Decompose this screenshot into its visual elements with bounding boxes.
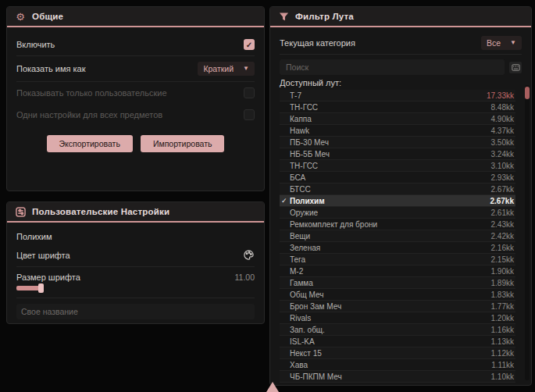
mod-menu-screen: ⚙ Общие Включить ✓ Показать имя как Крат… — [0, 0, 535, 392]
list-item[interactable]: Каппа 4.90kk — [280, 113, 515, 125]
list-item[interactable]: Rivals 1.20kk — [280, 312, 515, 324]
item-name: Т-7 — [290, 91, 487, 100]
item-name: Каппа — [290, 115, 491, 123]
item-name: Хава — [290, 361, 491, 369]
panel-user-settings: Пользовательские Настройки Полихим Цвет … — [6, 201, 265, 324]
scrollbar-thumb[interactable] — [525, 87, 530, 99]
selected-item-name: Полихим — [16, 229, 255, 248]
list-item[interactable]: ✓ Полихим 2.67kk — [280, 195, 515, 207]
enable-label: Включить — [16, 40, 55, 49]
item-value: 2.67kk — [490, 197, 514, 205]
item-value: 4.90kk — [491, 115, 514, 123]
list-item[interactable]: Хава 1.11kk — [280, 359, 515, 371]
item-value: 1.12kk — [491, 349, 514, 358]
item-value: 2.43kk — [491, 220, 514, 229]
list-item[interactable]: Зап. общ. 1.16kk — [280, 324, 515, 336]
import-button[interactable]: Импортировать — [141, 135, 225, 152]
category-label: Текущая категория — [280, 38, 355, 48]
setting-row-font-size: Размер шрифта 11.00 — [16, 267, 255, 282]
panel-loot-filter-header[interactable]: Фильтр Лута — [270, 7, 531, 26]
list-item[interactable]: БСА 2.93kk — [280, 172, 515, 184]
item-value: 1.89kk — [491, 279, 514, 287]
item-name: Rivals — [290, 314, 491, 323]
item-name: Вещи — [290, 232, 491, 241]
list-item[interactable]: Зеленая 2.16kk — [280, 242, 515, 254]
category-value: Все — [487, 38, 501, 48]
item-value: 4.37kk — [491, 127, 514, 135]
item-value: 17.33kk — [487, 91, 514, 100]
item-value: 2.42kk — [491, 232, 514, 241]
list-item[interactable]: БТСС 2.67kk — [280, 184, 515, 195]
font-size-slider[interactable] — [16, 283, 255, 293]
list-item[interactable]: Тега 2.15kk — [280, 254, 515, 265]
list-item[interactable]: Ремкомплект для брони 2.43kk — [280, 219, 515, 230]
slider-handle[interactable] — [38, 283, 44, 293]
list-item[interactable]: М-2 1.90kk — [280, 265, 515, 277]
list-item[interactable]: Общ Меч 1.83kk — [280, 289, 515, 301]
list-item[interactable]: Т-7 17.33kk — [280, 90, 515, 102]
list-item[interactable]: ТН-ГСС 3.10kk — [280, 160, 515, 172]
setting-row-show-name: Показать имя как Краткий ▼ — [16, 56, 255, 82]
item-value: 3.24kk — [491, 150, 514, 159]
palette-icon[interactable] — [243, 249, 255, 261]
category-dropdown[interactable]: Все ▼ — [481, 36, 522, 50]
setting-row-same-settings: Одни настройки для всех предметов — [16, 104, 255, 126]
list-item[interactable]: ПБ-30 Меч 3.50kk — [280, 137, 515, 148]
keyboard-icon[interactable] — [509, 62, 522, 73]
item-name: Брон Зам Меч — [290, 302, 491, 311]
list-item[interactable]: Оружие 2.61kk — [280, 207, 515, 219]
list-item[interactable]: Вещи 2.42kk — [280, 230, 515, 242]
list-item[interactable]: Hawk 4.37kk — [280, 125, 515, 137]
sliders-icon — [15, 206, 26, 217]
panel-loot-filter-title: Фильтр Лута — [295, 12, 354, 21]
category-row: Текущая категория Все ▼ — [280, 32, 522, 55]
funnel-icon — [278, 11, 289, 22]
enable-checkbox[interactable]: ✓ — [244, 39, 255, 50]
panel-general: ⚙ Общие Включить ✓ Показать имя как Крат… — [6, 6, 265, 191]
list-item[interactable]: ЧБ-ПКПМ Меч 1.10kk — [280, 371, 515, 383]
list-item[interactable]: ISL-KA 1.13kk — [280, 336, 515, 347]
loot-scrollbar[interactable] — [525, 85, 530, 380]
item-value: 3.10kk — [491, 162, 514, 170]
show-name-value: Краткий — [203, 64, 234, 73]
item-value: 2.67kk — [491, 185, 514, 194]
item-value: 2.16kk — [491, 244, 514, 252]
list-item[interactable]: НБ-5Б Меч 3.24kk — [280, 148, 515, 160]
font-size-value: 11.00 — [235, 273, 255, 282]
item-name: БТСС — [290, 185, 491, 194]
list-item[interactable]: Некст 15 1.12kk — [280, 347, 515, 359]
same-settings-checkbox[interactable] — [244, 109, 255, 120]
setting-row-only-custom: Показывать только пользовательские — [16, 82, 255, 104]
panel-user-settings-header[interactable]: Пользовательские Настройки — [7, 202, 264, 221]
list-item[interactable]: Гамма 1.89kk — [280, 277, 515, 289]
item-name: Общ Меч — [290, 290, 491, 299]
list-item[interactable]: Брон Зам Меч 1.77kk — [280, 301, 515, 312]
item-value: 1.83kk — [491, 290, 514, 299]
chevron-down-icon: ▼ — [510, 40, 516, 46]
item-name: Зеленая — [290, 244, 491, 252]
list-item[interactable]: ТН-ГСС 8.48kk — [280, 102, 515, 113]
gear-icon: ⚙ — [15, 11, 26, 22]
item-name: ISL-KA — [290, 337, 491, 346]
panel-loot-filter: Фильтр Лута Текущая категория Все ▼ — [269, 6, 532, 386]
item-name: БСА — [290, 173, 491, 182]
item-name: Гамма — [290, 279, 491, 287]
item-value: 2.15kk — [491, 255, 514, 264]
item-name: Тега — [290, 255, 491, 264]
item-name: М-2 — [290, 267, 491, 276]
item-value: 1.10kk — [491, 372, 514, 381]
same-settings-label: Одни настройки для всех предметов — [16, 110, 162, 119]
search-input[interactable] — [280, 59, 505, 75]
show-name-dropdown[interactable]: Краткий ▼ — [198, 62, 255, 76]
export-button[interactable]: Экспортировать — [47, 135, 133, 152]
custom-name-row — [16, 298, 255, 319]
show-name-label: Показать имя как — [16, 64, 86, 73]
custom-name-input[interactable] — [16, 304, 255, 319]
item-value: 2.93kk — [491, 173, 514, 182]
item-name: ЧБ-ПКПМ Меч — [290, 372, 491, 381]
item-name: ПБ-30 Меч — [290, 138, 491, 147]
panel-general-header[interactable]: ⚙ Общие — [7, 7, 264, 26]
only-custom-checkbox[interactable] — [244, 87, 255, 98]
panel-general-title: Общие — [32, 12, 63, 21]
item-value: 1.11kk — [491, 361, 514, 369]
